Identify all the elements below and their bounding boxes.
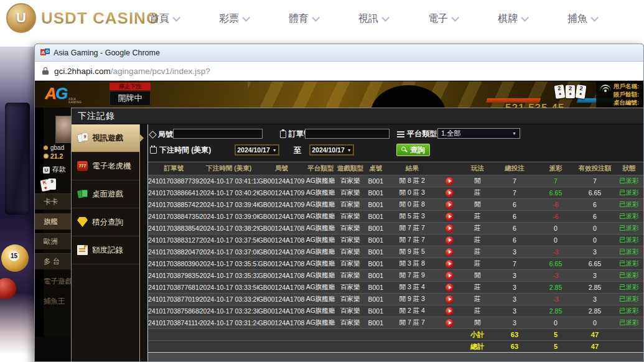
ag-favicon: AG bbox=[40, 49, 49, 57]
nav-item-7[interactable]: 捕魚 bbox=[567, 12, 597, 26]
user-info-labels: 用戶名稱:賬戶餘額:桌台編號: bbox=[614, 81, 639, 108]
date-to-picker[interactable]: 2024/10/17▼ bbox=[309, 144, 354, 155]
nav-item-5[interactable]: 電子 bbox=[428, 12, 458, 26]
deposit-button[interactable]: 存款 bbox=[43, 165, 66, 174]
chevron-down-icon bbox=[590, 14, 599, 22]
play-replay-button[interactable] bbox=[446, 225, 454, 233]
menu-item-積分查詢[interactable]: 積分查詢 bbox=[72, 208, 139, 236]
casino-artwork: 15 bbox=[0, 47, 34, 355]
modal-menu: 視訊遊戲電子老虎機桌面遊戲積分查詢額度記錄 bbox=[72, 124, 140, 361]
menu-item-桌面遊戲[interactable]: 桌面遊戲 bbox=[72, 180, 139, 208]
bg-side-button[interactable]: 電子遊戲 bbox=[35, 273, 71, 289]
bet-records-table: 訂單號下注時間 (美東)局號平台類型遊戲類型桌號結果玩法總投注派彩有效投注額狀態… bbox=[148, 162, 643, 352]
chevron-down-icon bbox=[381, 14, 390, 22]
table-row: 2410170388574212024-10-17 03:39:46GB0012… bbox=[148, 198, 643, 210]
chevron-down-icon bbox=[451, 14, 459, 22]
bg-side-button[interactable]: 卡卡 bbox=[35, 193, 71, 210]
bg-side-button[interactable]: 多 台 bbox=[35, 253, 71, 269]
nav-item-3[interactable]: 體育 bbox=[289, 12, 319, 26]
play-replay-button[interactable] bbox=[446, 213, 454, 221]
lock-icon bbox=[42, 67, 49, 75]
nav-item-4[interactable]: 視訊 bbox=[358, 12, 388, 26]
chevron-down-icon bbox=[242, 14, 250, 22]
play-replay-button[interactable] bbox=[446, 201, 454, 209]
avatar bbox=[55, 116, 73, 143]
url-bar[interactable]: gci.2hhapi.com/agingame/pcv1/index.jsp? bbox=[35, 62, 643, 81]
bet-records-modal: 下注記錄 視訊遊戲電子老虎機桌面遊戲積分查詢額度記錄 局號 bbox=[71, 108, 643, 361]
chrome-popup-window: AG Asia Gaming - Google Chrome gci.2hhap… bbox=[34, 44, 644, 362]
search-icon bbox=[401, 147, 408, 153]
panel-footer bbox=[148, 352, 643, 361]
play-replay-button[interactable] bbox=[446, 236, 454, 244]
nav-item-6[interactable]: 棋牌 bbox=[498, 12, 528, 26]
main-nav: 首頁彩票體育視訊電子棋牌捕魚 bbox=[149, 0, 597, 37]
to-label: 至 bbox=[294, 146, 302, 156]
bg-side-button[interactable]: 歐洲 bbox=[35, 233, 71, 249]
ag-banner: A G ASIA GAMING 停止下注 開牌中 2♠2♠2♠ 521,535.… bbox=[35, 81, 643, 108]
table-row: 2410170388473582024-10-17 03:39:06GB0012… bbox=[148, 210, 643, 222]
bet-time-label: 下注時間 (美東) bbox=[150, 145, 211, 155]
ag-logo: A G ASIA GAMING bbox=[45, 84, 88, 105]
modal-titlebar: 下注記錄 bbox=[72, 108, 643, 124]
play-replay-button[interactable] bbox=[446, 260, 454, 268]
table-row: 2410170388312722024-10-17 03:37:56GB0012… bbox=[148, 234, 643, 246]
site-header: U USDT CASINO 首頁彩票體育視訊電子棋牌捕魚 bbox=[0, 0, 644, 37]
playing-card: 2♠ bbox=[576, 85, 587, 99]
table-row: 2410170388204702024-10-17 03:37:08GB0012… bbox=[148, 246, 643, 258]
wifi-icon bbox=[599, 85, 612, 97]
nav-item-2[interactable]: 彩票 bbox=[219, 12, 249, 26]
logo-text: USDT CASINO bbox=[41, 9, 159, 28]
bg-side-button[interactable]: 捕魚王 bbox=[35, 293, 71, 309]
play-replay-button[interactable] bbox=[446, 307, 454, 315]
bg-side-button[interactable]: 旗艦 bbox=[35, 213, 71, 230]
play-replay-button[interactable] bbox=[446, 177, 454, 185]
round-label: 局號 bbox=[150, 129, 173, 140]
table-row: 2410170388773932024-10-17 03:41:13GB0012… bbox=[148, 175, 643, 187]
table-games-icon bbox=[77, 189, 88, 199]
quota-doc-icon bbox=[77, 245, 88, 255]
ag-page-content: A G ASIA GAMING 停止下注 開牌中 2♠2♠2♠ 521,535.… bbox=[35, 81, 643, 361]
play-replay-button[interactable] bbox=[446, 295, 454, 304]
jackpot-amount: 521,535.45 bbox=[505, 102, 564, 108]
platform-select[interactable]: 1.全部▼ bbox=[437, 128, 520, 139]
playing-card: 2♠ bbox=[554, 85, 566, 99]
username-label: gbad bbox=[44, 144, 64, 151]
user-info-panel: 用戶名稱:賬戶餘額:桌台編號: bbox=[596, 81, 643, 108]
stop-betting-banner: 停止下注 bbox=[110, 83, 151, 90]
balance-label: 21.2 bbox=[44, 152, 63, 160]
play-replay-button[interactable] bbox=[446, 272, 454, 280]
menu-item-電子老虎機[interactable]: 電子老虎機 bbox=[72, 152, 139, 180]
url-text[interactable]: gci.2hhapi.com/agingame/pcv1/index.jsp? bbox=[54, 67, 210, 76]
menu-item-視訊遊戲[interactable]: 視訊遊戲 bbox=[72, 124, 139, 152]
play-replay-button[interactable] bbox=[446, 319, 454, 327]
playing-card: 2♠ bbox=[566, 85, 575, 98]
points-gem-icon bbox=[77, 217, 88, 227]
slot-machine-art bbox=[5, 103, 30, 215]
table-row: 2410170388385452024-10-17 03:38:29GB0012… bbox=[148, 222, 643, 234]
play-replay-button[interactable] bbox=[446, 189, 454, 197]
tag-icon bbox=[149, 131, 157, 139]
play-replay-button[interactable] bbox=[446, 284, 454, 292]
round-input[interactable] bbox=[173, 129, 263, 139]
dealt-cards: 2♠2♠2♠ bbox=[555, 85, 586, 98]
table-row: 2410170387768162024-10-17 03:33:56GB0012… bbox=[148, 281, 643, 293]
table-row: 2410170387586882024-10-17 03:32:38GB0012… bbox=[148, 305, 643, 317]
slot-777-icon bbox=[77, 161, 88, 171]
search-button[interactable]: 查詢 bbox=[396, 144, 430, 156]
window-title: Asia Gaming - Google Chrome bbox=[54, 49, 160, 57]
play-replay-button[interactable] bbox=[446, 248, 454, 256]
menu-item-額度記錄[interactable]: 額度記錄 bbox=[72, 236, 139, 264]
red-ball-art bbox=[0, 278, 16, 299]
total-row: 總計63547 bbox=[148, 340, 643, 352]
order-input[interactable] bbox=[305, 129, 390, 139]
table-row: 2410170387983542024-10-17 03:35:32GB0012… bbox=[148, 269, 643, 281]
nav-item-1[interactable]: 首頁 bbox=[149, 12, 179, 26]
site-logo[interactable]: U USDT CASINO bbox=[6, 3, 159, 33]
window-titlebar[interactable]: AG Asia Gaming - Google Chrome bbox=[35, 44, 643, 62]
video-games-icon: K♥9 bbox=[41, 179, 70, 192]
date-from-picker[interactable]: 2024/10/17▼ bbox=[235, 144, 279, 155]
modal-title: 下注記錄 bbox=[78, 111, 115, 122]
chevron-down-icon bbox=[312, 14, 320, 22]
list-icon bbox=[397, 131, 404, 137]
subtotal-row: 小計63547 bbox=[148, 328, 643, 340]
